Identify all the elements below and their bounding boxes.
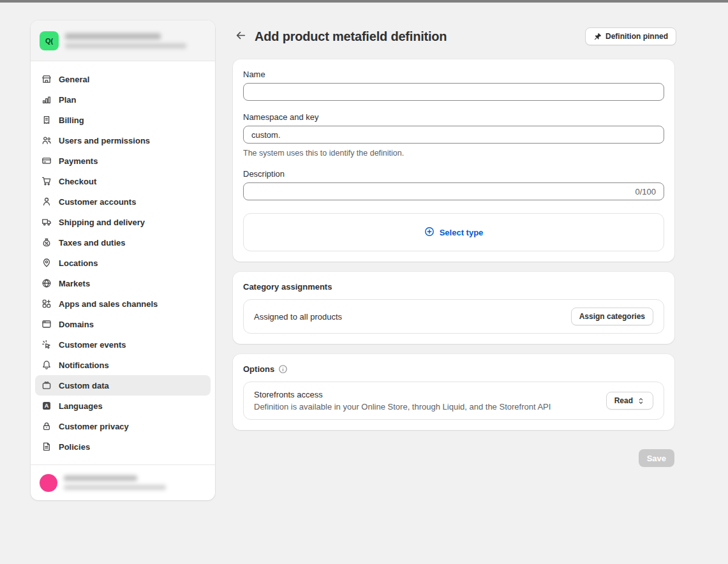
sidebar-item-customer-privacy[interactable]: Customer privacy: [35, 416, 211, 436]
user-email-redacted: [64, 485, 166, 490]
select-type-button[interactable]: Select type: [424, 226, 484, 239]
assign-categories-label: Assign categories: [579, 312, 645, 321]
domains-browser-icon: [41, 319, 52, 329]
storefronts-access-value: Read: [614, 396, 633, 405]
policies-document-icon: [41, 442, 52, 452]
namespace-input[interactable]: [244, 126, 664, 143]
sidebar-item-taxes-and-duties[interactable]: Taxes and duties: [35, 232, 211, 253]
settings-sidebar: Q( GeneralPlanBillingUsers and permissio…: [31, 20, 215, 500]
description-field: Description 0/100: [243, 169, 664, 200]
sidebar-item-label: Policies: [59, 442, 90, 452]
select-type-label: Select type: [440, 228, 484, 237]
sidebar-item-checkout[interactable]: Checkout: [35, 171, 211, 191]
settings-nav: GeneralPlanBillingUsers and permissionsP…: [31, 61, 215, 464]
user-footer[interactable]: [31, 464, 215, 500]
name-field: Name: [243, 70, 664, 101]
sidebar-item-plan[interactable]: Plan: [35, 89, 211, 110]
assign-categories-button[interactable]: Assign categories: [571, 308, 653, 325]
apps-grid-icon: [41, 299, 52, 309]
namespace-label: Namespace and key: [243, 112, 664, 122]
main-content: Add product metafield definition Definit…: [232, 26, 676, 467]
category-assignments-title: Category assignments: [243, 282, 332, 292]
sidebar-item-policies[interactable]: Policies: [35, 436, 211, 457]
pin-icon: [593, 33, 602, 41]
store-header[interactable]: Q(: [31, 20, 215, 61]
options-title: Options: [243, 364, 274, 374]
namespace-helper-text: The system uses this to identify the def…: [243, 149, 664, 158]
sidebar-item-label: Taxes and duties: [59, 238, 126, 248]
description-label: Description: [243, 169, 664, 179]
arrow-left-icon: [235, 29, 247, 43]
sidebar-item-label: Checkout: [59, 177, 96, 186]
definition-pinned-button[interactable]: Definition pinned: [585, 27, 676, 45]
cursor-click-icon: [41, 339, 52, 350]
location-pin-icon: [41, 258, 52, 268]
custom-data-icon: [41, 380, 52, 390]
save-row: Save: [233, 449, 674, 467]
name-input[interactable]: [244, 84, 664, 100]
definition-pinned-label: Definition pinned: [605, 32, 668, 41]
sidebar-item-markets[interactable]: Markets: [35, 273, 211, 293]
store-domain-redacted: [65, 43, 186, 48]
sidebar-item-general[interactable]: General: [35, 69, 211, 89]
sidebar-item-label: General: [59, 75, 89, 84]
person-icon: [41, 197, 52, 207]
sidebar-item-label: Billing: [59, 115, 84, 125]
sidebar-item-shipping-and-delivery[interactable]: Shipping and delivery: [35, 212, 211, 232]
page-title: Add product metafield definition: [255, 29, 447, 44]
svg-text:A: A: [45, 403, 49, 409]
sidebar-item-label: Customer privacy: [59, 422, 129, 431]
storefronts-access-title: Storefronts access: [254, 390, 606, 399]
storefronts-access-select[interactable]: Read: [606, 392, 653, 410]
plus-circle-icon: [424, 226, 435, 239]
sidebar-item-domains[interactable]: Domains: [35, 314, 211, 334]
bell-icon: [41, 360, 52, 370]
description-input[interactable]: [244, 183, 635, 200]
definition-card: Name Namespace and key The system uses t…: [233, 59, 674, 262]
payments-card-icon: [41, 156, 52, 166]
sidebar-item-label: Shipping and delivery: [59, 218, 145, 227]
taxes-moneybag-icon: [41, 237, 52, 248]
user-name-redacted: [64, 475, 137, 481]
billing-receipt-icon: [41, 115, 52, 125]
character-counter: 0/100: [635, 187, 664, 197]
sidebar-item-label: Payments: [59, 156, 98, 166]
sidebar-item-billing[interactable]: Billing: [35, 110, 211, 130]
name-label: Name: [243, 70, 664, 79]
sidebar-item-label: Markets: [59, 279, 90, 288]
sidebar-item-label: Plan: [59, 95, 76, 105]
sidebar-item-label: Customer accounts: [59, 197, 136, 207]
sidebar-item-locations[interactable]: Locations: [35, 253, 211, 273]
shipping-truck-icon: [41, 217, 52, 227]
category-assignments-card: Category assignments Assigned to all pro…: [233, 272, 674, 344]
sidebar-item-label: Customer events: [59, 340, 126, 350]
sidebar-item-customer-accounts[interactable]: Customer accounts: [35, 191, 211, 212]
store-name-redacted: [65, 33, 161, 40]
sidebar-item-notifications[interactable]: Notifications: [35, 355, 211, 375]
checkout-cart-icon: [41, 176, 52, 186]
user-avatar: [40, 474, 57, 492]
lock-icon: [41, 421, 52, 431]
info-icon[interactable]: [278, 364, 288, 374]
category-assignment-status: Assigned to all products: [254, 312, 571, 322]
sidebar-item-customer-events[interactable]: Customer events: [35, 334, 211, 355]
options-card: Options Storefronts access Definition is…: [233, 354, 674, 430]
save-button[interactable]: Save: [639, 449, 674, 467]
storefronts-access-row: Storefronts access Definition is availab…: [243, 382, 664, 420]
sidebar-item-users-and-permissions[interactable]: Users and permissions: [35, 130, 211, 151]
sidebar-item-custom-data[interactable]: Custom data: [35, 375, 211, 396]
store-icon: [41, 74, 52, 84]
storefronts-access-description: Definition is available in your Online S…: [254, 402, 606, 412]
namespace-field: Namespace and key: [243, 112, 664, 144]
category-assignments-row: Assigned to all products Assign categori…: [243, 299, 664, 334]
sidebar-item-label: Custom data: [59, 381, 109, 390]
back-button[interactable]: [232, 27, 249, 45]
select-type-box: Select type: [243, 213, 664, 251]
sidebar-item-apps-and-sales-channels[interactable]: Apps and sales channels: [35, 293, 211, 314]
sidebar-item-label: Locations: [59, 258, 98, 268]
updown-chevron-icon: [637, 397, 645, 405]
users-icon: [41, 135, 52, 145]
store-avatar: Q(: [40, 31, 59, 50]
sidebar-item-languages[interactable]: ALanguages: [35, 396, 211, 416]
sidebar-item-payments[interactable]: Payments: [35, 151, 211, 171]
